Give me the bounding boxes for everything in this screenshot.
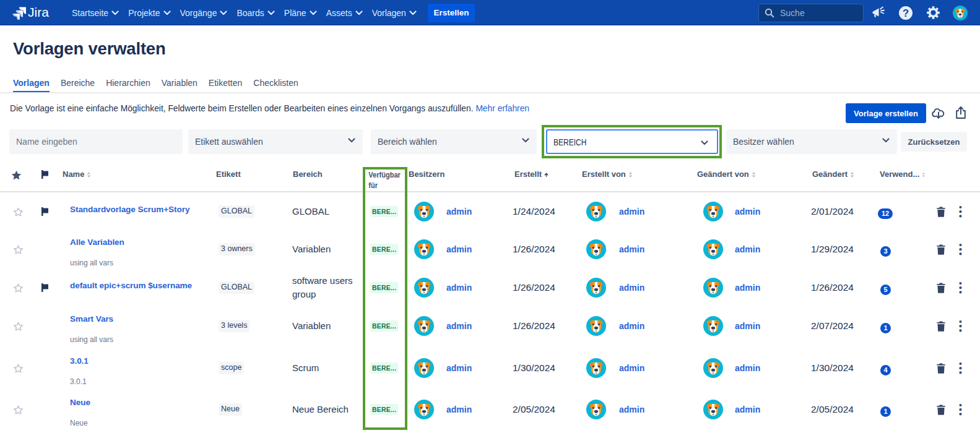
svg-text:?: ? [903,7,909,18]
